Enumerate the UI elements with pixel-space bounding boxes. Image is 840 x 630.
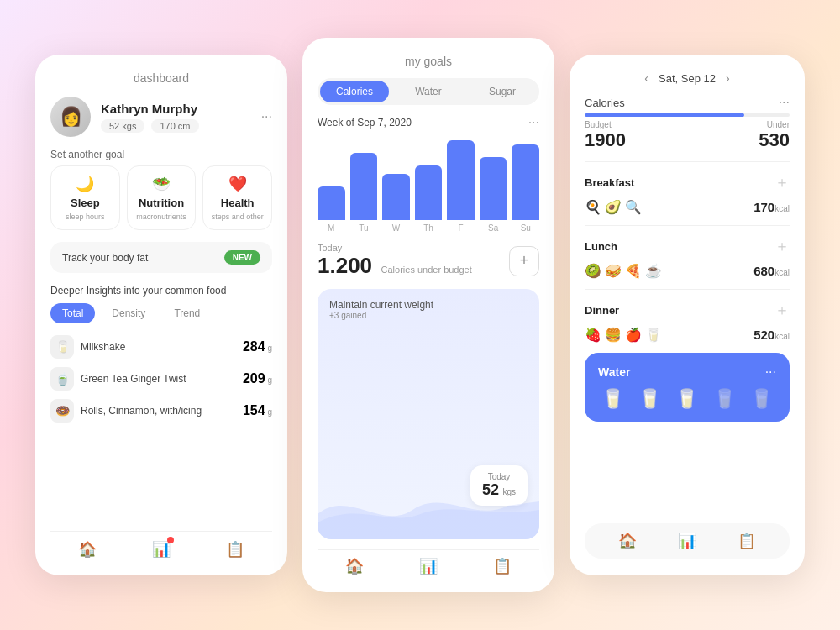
tab-calories[interactable]: Calories xyxy=(320,81,389,102)
nav2-clipboard[interactable]: 📋 xyxy=(493,557,512,575)
lunch-kcal: 680kcal xyxy=(753,264,790,278)
under-block: Under 530 xyxy=(759,120,790,151)
water-card: Water ··· 🥛 🥛 🥛 🥛 🥛 xyxy=(585,353,790,422)
maintain-sub: +3 gained xyxy=(329,311,528,320)
dinner-add-button[interactable]: ＋ xyxy=(774,300,790,320)
dinner-header: Dinner ＋ xyxy=(585,300,790,320)
bar-fri-label: F xyxy=(459,223,464,233)
nav-stats[interactable]: 📊 xyxy=(152,540,171,559)
rolls-icon: 🍩 xyxy=(50,399,74,423)
divider-3 xyxy=(585,289,790,290)
calories-menu-icon[interactable]: ··· xyxy=(779,95,790,110)
goals-label: Set another goal xyxy=(50,149,272,160)
greentea-amount: 209 g xyxy=(243,371,272,386)
date-next-button[interactable]: › xyxy=(726,71,730,85)
water-cups: 🥛 🥛 🥛 🥛 🥛 xyxy=(598,388,776,410)
breakfast-header: Breakfast ＋ xyxy=(585,172,790,192)
budget-row: Budget 1900 Under 530 xyxy=(585,120,790,151)
bar-thu: Th xyxy=(415,165,443,233)
nav3-stats[interactable]: 📊 xyxy=(678,532,696,550)
nav3-clipboard[interactable]: 📋 xyxy=(738,532,756,550)
bar-chart: M Tu W Th F Sa Su xyxy=(318,140,539,233)
dinner-section: Dinner ＋ 🍓 🍔 🍎 🥛 520kcal xyxy=(585,300,790,343)
bar-fri: F xyxy=(447,140,475,233)
nav-home[interactable]: 🏠 xyxy=(78,540,97,559)
lunch-label: Lunch xyxy=(585,240,617,253)
card3-bottom-nav: 🏠 📊 📋 xyxy=(585,523,790,559)
dinner-icon-4: 🥛 xyxy=(645,327,662,343)
dinner-icon-3: 🍎 xyxy=(625,327,642,343)
new-badge: NEW xyxy=(224,250,260,265)
bar-wed-label: W xyxy=(392,223,400,233)
goals-tabs: Calories Water Sugar xyxy=(318,78,539,105)
track-banner[interactable]: Track your body fat NEW xyxy=(50,242,272,273)
food-list: 🥛 Milkshake 284 g 🍵 Green Tea Ginger Twi… xyxy=(50,335,272,423)
nutrition-sub: macronutrients xyxy=(136,213,186,221)
nav2-home[interactable]: 🏠 xyxy=(345,557,364,575)
bar-mon-label: M xyxy=(328,223,334,233)
nav-clipboard[interactable]: 📋 xyxy=(226,540,244,559)
water-menu-icon[interactable]: ··· xyxy=(765,365,776,380)
dinner-icons: 🍓 🍔 🍎 🥛 xyxy=(585,327,662,343)
nav3-home[interactable]: 🏠 xyxy=(618,532,637,550)
bar-sat-fill xyxy=(480,157,507,220)
today-sub: Calories under budget xyxy=(381,265,472,275)
tab-total[interactable]: Total xyxy=(50,303,95,323)
water-header: Water ··· xyxy=(598,365,776,380)
week-header: Week of Sep 7, 2020 ··· xyxy=(318,115,539,130)
greentea-name: Green Tea Ginger Twist xyxy=(81,373,186,385)
breakfast-icons: 🍳 🥑 🔍 xyxy=(585,199,642,215)
cup-3[interactable]: 🥛 xyxy=(675,388,698,410)
maintain-section: Maintain current weight +3 gained Today … xyxy=(318,289,539,539)
breakfast-details: 🍳 🥑 🔍 170kcal xyxy=(585,199,790,215)
maintain-title: Maintain current weight xyxy=(329,299,528,311)
lunch-icon-4: ☕ xyxy=(645,263,662,279)
dinner-kcal: 520kcal xyxy=(753,328,790,342)
tab-trend[interactable]: Trend xyxy=(162,303,212,323)
today-calories: 1.200 xyxy=(318,253,372,278)
divider-2 xyxy=(585,225,790,226)
card2-bottom-nav: 🏠 📊 📋 xyxy=(318,549,539,575)
food-item-milkshake[interactable]: 🥛 Milkshake 284 g xyxy=(50,335,272,359)
filter-tabs: Total Density Trend xyxy=(50,303,272,323)
cup-5[interactable]: 🥛 xyxy=(750,388,773,410)
cup-1[interactable]: 🥛 xyxy=(601,388,624,410)
dinner-details: 🍓 🍔 🍎 🥛 520kcal xyxy=(585,327,790,343)
food-item-rolls[interactable]: 🍩 Rolls, Cinnamon, with/icing 154 g xyxy=(50,399,272,423)
nav2-stats[interactable]: 📊 xyxy=(419,557,438,575)
cup-4[interactable]: 🥛 xyxy=(713,388,736,410)
lunch-add-button[interactable]: ＋ xyxy=(774,236,790,256)
profile-menu-icon[interactable]: ··· xyxy=(261,109,272,124)
food-item-greentea[interactable]: 🍵 Green Tea Ginger Twist 209 g xyxy=(50,367,272,391)
goal-nutrition[interactable]: 🥗 Nutrition macronutrients xyxy=(127,165,197,230)
goal-health[interactable]: ❤️ Health steps and other xyxy=(202,165,272,230)
bar-sun: Su xyxy=(512,144,539,233)
calories-label: Calories xyxy=(585,97,625,109)
nutrition-icon: 🥗 xyxy=(152,175,171,193)
breakfast-add-button[interactable]: ＋ xyxy=(774,172,790,192)
height-badge: 170 cm xyxy=(151,119,198,133)
tab-sugar[interactable]: Sugar xyxy=(468,81,537,102)
nutrition-label: Nutrition xyxy=(139,197,184,209)
date-text: Sat, Sep 12 xyxy=(659,72,716,85)
goal-cards: 🌙 Sleep sleep hours 🥗 Nutrition macronut… xyxy=(50,165,272,230)
goal-sleep[interactable]: 🌙 Sleep sleep hours xyxy=(50,165,120,230)
dinner-label: Dinner xyxy=(585,304,619,317)
date-prev-button[interactable]: ‹ xyxy=(644,71,648,85)
health-icon: ❤️ xyxy=(228,175,247,193)
add-calories-button[interactable]: + xyxy=(509,246,539,276)
profile-name: Kathryn Murphy xyxy=(101,102,251,116)
tab-water[interactable]: Water xyxy=(394,81,463,102)
profile-row: 👩 Kathryn Murphy 52 kgs 170 cm ··· xyxy=(50,97,272,137)
rolls-name: Rolls, Cinnamon, with/icing xyxy=(81,405,202,417)
cup-2[interactable]: 🥛 xyxy=(638,388,661,410)
breakfast-icon-1: 🍳 xyxy=(585,199,601,215)
profile-info: Kathryn Murphy 52 kgs 170 cm xyxy=(101,102,251,133)
bar-tue-fill xyxy=(350,153,378,220)
progress-bar-fill xyxy=(585,113,744,117)
week-menu-icon[interactable]: ··· xyxy=(528,115,539,130)
tab-density[interactable]: Density xyxy=(100,303,157,323)
card1-bottom-nav: 🏠 📊 📋 xyxy=(50,531,272,559)
budget-block: Budget 1900 xyxy=(585,120,626,151)
lunch-details: 🥝 🥪 🍕 ☕ 680kcal xyxy=(585,263,790,279)
